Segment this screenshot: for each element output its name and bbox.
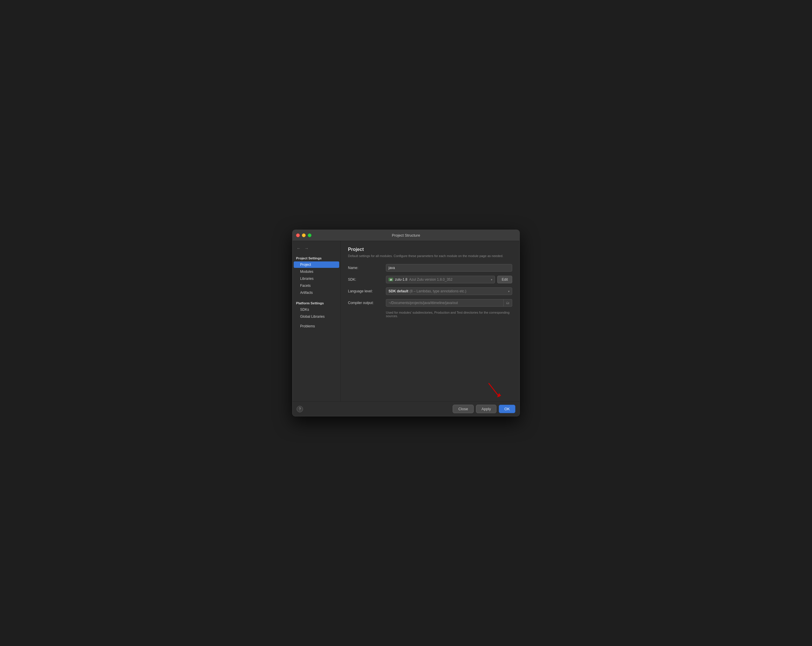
lang-level-desc: (8 – Lambdas, type annotations etc.) [409, 289, 466, 293]
compiler-row: 🗂 [386, 299, 512, 307]
sidebar: ← → Project Settings Project Modules Lib… [293, 241, 341, 402]
apply-button[interactable]: Apply [476, 405, 497, 413]
project-structure-window: Project Structure ← → Project Settings P… [292, 230, 520, 416]
footer: ? Close Apply OK [293, 402, 519, 416]
compiler-output-label: Compiler output: [348, 301, 386, 305]
minimize-traffic-light[interactable] [302, 234, 306, 237]
sidebar-item-sdks[interactable]: SDKs [294, 306, 339, 313]
sidebar-item-artifacts[interactable]: Artifacts [294, 289, 339, 296]
compiler-browse-button[interactable]: 🗂 [504, 299, 512, 307]
content-area: ← → Project Settings Project Modules Lib… [293, 241, 519, 402]
sidebar-item-libraries[interactable]: Libraries [294, 275, 339, 282]
section-desc: Default settings for all modules. Config… [348, 254, 512, 258]
sdk-label: SDK: [348, 278, 386, 282]
sidebar-item-global-libraries[interactable]: Global Libraries [294, 313, 339, 320]
traffic-lights [296, 234, 311, 237]
footer-right: Close Apply OK [453, 405, 515, 413]
forward-button[interactable]: → [303, 245, 310, 251]
sdk-select[interactable]: ☕ zulu-1.8 Azul Zulu version 1.8.0_352 ▾ [386, 276, 495, 283]
sidebar-item-facets[interactable]: Facets [294, 283, 339, 289]
footer-left: ? [297, 406, 303, 412]
name-input[interactable] [386, 264, 512, 272]
compiler-output-note: Used for modules' subdirectories, Produc… [386, 311, 512, 318]
sidebar-item-project[interactable]: Project [294, 261, 339, 268]
back-button[interactable]: ← [295, 245, 302, 251]
close-button[interactable]: Close [453, 405, 473, 413]
lang-select-text: SDK default (8 – Lambdas, type annotatio… [389, 289, 466, 293]
maximize-traffic-light[interactable] [308, 234, 311, 237]
name-row: Name: [348, 264, 512, 272]
sdk-icon: ☕ [389, 278, 393, 281]
sdk-edit-button[interactable]: Edit [497, 276, 512, 283]
folder-icon: 🗂 [506, 301, 510, 305]
compiler-output-input[interactable] [386, 299, 504, 307]
language-level-select[interactable]: SDK default (8 – Lambdas, type annotatio… [386, 287, 512, 295]
sdk-row: SDK: ☕ zulu-1.8 Azul Zulu version 1.8.0_… [348, 276, 512, 283]
sidebar-item-problems[interactable]: Problems [294, 323, 339, 330]
sidebar-item-modules[interactable]: Modules [294, 269, 339, 275]
name-label: Name: [348, 266, 386, 270]
window-title: Project Structure [392, 233, 420, 238]
project-settings-header: Project Settings [293, 254, 340, 261]
language-level-row: Language level: SDK default (8 – Lambdas… [348, 287, 512, 295]
lang-level-bold: SDK default [389, 289, 408, 293]
sdk-name: zulu-1.8 [395, 278, 408, 282]
sdk-dropdown-arrow: ▾ [491, 278, 492, 281]
sdk-select-left: ☕ zulu-1.8 Azul Zulu version 1.8.0_352 [389, 278, 452, 282]
close-traffic-light[interactable] [296, 234, 300, 237]
section-title: Project [348, 247, 512, 252]
lang-dropdown-arrow: ▾ [508, 290, 510, 293]
ok-button[interactable]: OK [499, 405, 515, 413]
sdk-selector-row: ☕ zulu-1.8 Azul Zulu version 1.8.0_352 ▾… [386, 276, 512, 283]
platform-settings-header: Platform Settings [293, 299, 340, 306]
title-bar: Project Structure [293, 230, 519, 241]
sdk-version: Azul Zulu version 1.8.0_352 [409, 278, 453, 282]
help-button[interactable]: ? [297, 406, 303, 412]
window-body: ← → Project Settings Project Modules Lib… [293, 241, 519, 416]
main-content: Project Default settings for all modules… [341, 241, 519, 402]
language-level-label: Language level: [348, 289, 386, 293]
compiler-output-row: Compiler output: 🗂 [348, 299, 512, 307]
nav-back-forward: ← → [293, 244, 340, 254]
